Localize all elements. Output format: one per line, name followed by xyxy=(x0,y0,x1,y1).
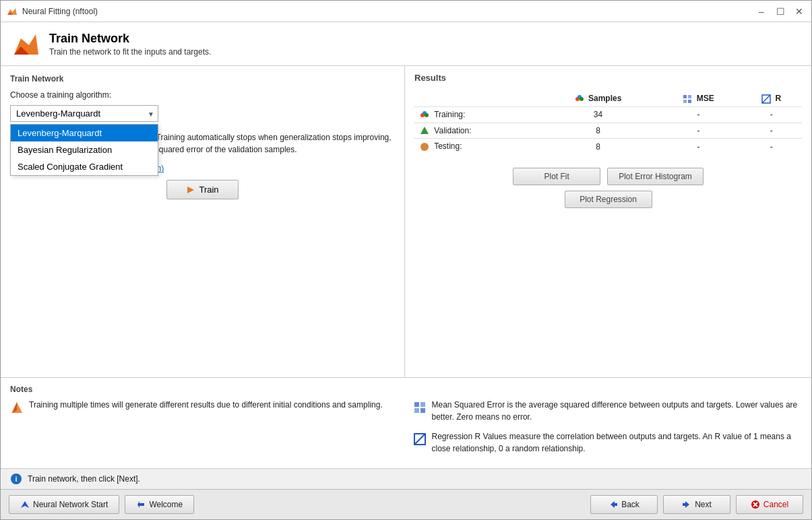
cancel-button[interactable]: Cancel xyxy=(736,495,803,514)
svg-rect-10 xyxy=(683,100,687,103)
header-text: Train Network Train the network to fit t… xyxy=(49,32,211,57)
minimize-button[interactable]: – xyxy=(755,5,768,18)
bottom-right-buttons: Back Next Cancel xyxy=(590,495,803,514)
svg-rect-11 xyxy=(688,100,691,103)
col-header-r: R xyxy=(741,91,802,106)
statusbar: i Train network, then click [Next]. xyxy=(1,468,811,489)
svg-marker-4 xyxy=(187,187,194,193)
svg-point-7 xyxy=(580,97,584,101)
back-button[interactable]: Back xyxy=(590,495,658,514)
results-table: Samples MSE xyxy=(414,91,802,154)
notes-left: Training multiple times will generate di… xyxy=(10,399,400,463)
svg-line-13 xyxy=(762,95,770,103)
algorithm-dropdown[interactable]: Levenberg-Marquardt Bayesian Regularizat… xyxy=(10,105,158,122)
plot-fit-button[interactable]: Plot Fit xyxy=(513,168,600,185)
training-mse: - xyxy=(656,106,741,123)
note-item-training: Training multiple times will generate di… xyxy=(10,399,400,414)
training-label: Training: xyxy=(414,106,540,123)
left-panel: Train Network Choose a training algorith… xyxy=(1,66,405,377)
col-header-mse: MSE xyxy=(656,91,741,106)
notes-grid: Training multiple times will generate di… xyxy=(10,399,802,463)
train-btn-icon xyxy=(186,185,195,195)
bottom-nav: Neural Network Start Welcome Back Nex xyxy=(1,489,811,519)
testing-samples: 8 xyxy=(540,139,656,154)
testing-row-icon xyxy=(420,142,429,152)
table-row: Training: 34 - - xyxy=(414,106,802,123)
note-mse-icon xyxy=(413,401,427,414)
status-text: Train network, then click [Next]. xyxy=(28,474,140,484)
svg-marker-31 xyxy=(611,501,617,508)
dropdown-option-lm[interactable]: Levenberg-Marquardt xyxy=(11,125,158,141)
training-r: - xyxy=(741,106,802,123)
col-header-label xyxy=(414,91,540,106)
svg-line-26 xyxy=(414,434,425,445)
svg-point-16 xyxy=(425,113,429,117)
titlebar: Neural Fitting (nftool) – ☐ ✕ xyxy=(1,1,811,22)
algorithm-dropdown-container: Levenberg-Marquardt Bayesian Regularizat… xyxy=(10,105,158,122)
table-row: Testing: 8 - - xyxy=(414,139,802,154)
svg-text:i: i xyxy=(15,475,17,483)
validation-mse: - xyxy=(656,123,741,139)
validation-samples: 8 xyxy=(540,123,656,139)
testing-mse: - xyxy=(656,139,741,154)
dropdown-open-list: Levenberg-Marquardt Bayesian Regularizat… xyxy=(10,124,158,176)
next-icon xyxy=(682,500,691,509)
main-window: Neural Fitting (nftool) – ☐ ✕ Train Netw… xyxy=(0,0,812,520)
plot-btn-row-2: Plot Regression xyxy=(414,191,802,208)
svg-rect-21 xyxy=(414,402,419,407)
next-button[interactable]: Next xyxy=(663,495,730,514)
neural-network-start-icon xyxy=(20,500,30,509)
note-mse-text: Mean Squared Error is the average square… xyxy=(432,399,803,423)
notes-section: Notes Training multiple times will gener… xyxy=(1,377,811,468)
r-icon xyxy=(761,94,771,104)
testing-r: - xyxy=(741,139,802,154)
table-row: Validation: 8 - - xyxy=(414,123,802,139)
welcome-icon xyxy=(136,500,146,509)
right-panel: Results Samples xyxy=(405,66,811,377)
svg-rect-23 xyxy=(414,408,419,413)
training-row-icon xyxy=(420,110,429,120)
welcome-button[interactable]: Welcome xyxy=(125,495,194,514)
window-title: Neural Fitting (nftool) xyxy=(22,7,755,16)
header-icon xyxy=(11,29,41,59)
train-button-row: Train xyxy=(10,180,395,199)
plot-regression-button[interactable]: Plot Regression xyxy=(565,191,652,208)
main-content: Train Network Choose a training algorith… xyxy=(1,66,811,377)
svg-rect-24 xyxy=(420,408,425,413)
status-info-icon: i xyxy=(10,473,22,485)
header-area: Train Network Train the network to fit t… xyxy=(1,22,811,66)
col-header-samples: Samples xyxy=(540,91,656,106)
cancel-icon xyxy=(751,500,760,509)
training-samples: 34 xyxy=(540,106,656,123)
neural-network-start-button[interactable]: Neural Network Start xyxy=(9,495,119,514)
svg-rect-9 xyxy=(688,95,691,98)
train-network-section-title: Train Network xyxy=(10,74,395,84)
matlab-icon xyxy=(6,5,18,18)
svg-marker-17 xyxy=(420,127,429,134)
samples-icon xyxy=(575,94,584,104)
note-training-icon xyxy=(10,401,24,414)
maximize-button[interactable]: ☐ xyxy=(774,5,787,18)
close-button[interactable]: ✕ xyxy=(792,5,806,18)
validation-r: - xyxy=(741,123,802,139)
note-item-regression: Regression R Values measure the correlat… xyxy=(413,431,803,455)
notes-title: Notes xyxy=(10,385,802,394)
bottom-left-buttons: Neural Network Start Welcome xyxy=(9,495,194,514)
page-subtitle: Train the network to fit the inputs and … xyxy=(49,47,211,57)
page-title: Train Network xyxy=(49,32,211,46)
window-controls: – ☐ ✕ xyxy=(755,5,806,18)
mse-icon xyxy=(683,94,692,104)
note-training-text: Training multiple times will generate di… xyxy=(29,399,383,411)
plot-buttons-area: Plot Fit Plot Error Histogram Plot Regre… xyxy=(414,168,802,208)
dropdown-option-br[interactable]: Bayesian Regularization xyxy=(11,141,158,158)
train-button[interactable]: Train xyxy=(166,180,238,199)
plot-error-histogram-button[interactable]: Plot Error Histogram xyxy=(607,168,704,185)
results-title: Results xyxy=(414,73,802,83)
dropdown-option-scg[interactable]: Scaled Conjugate Gradient xyxy=(11,158,158,175)
notes-right: Mean Squared Error is the average square… xyxy=(413,399,803,463)
svg-point-18 xyxy=(420,143,429,151)
note-regression-text: Regression R Values measure the correlat… xyxy=(432,431,803,455)
validation-label: Validation: xyxy=(414,123,540,139)
testing-label: Testing: xyxy=(414,139,540,154)
note-regression-icon xyxy=(413,432,427,446)
